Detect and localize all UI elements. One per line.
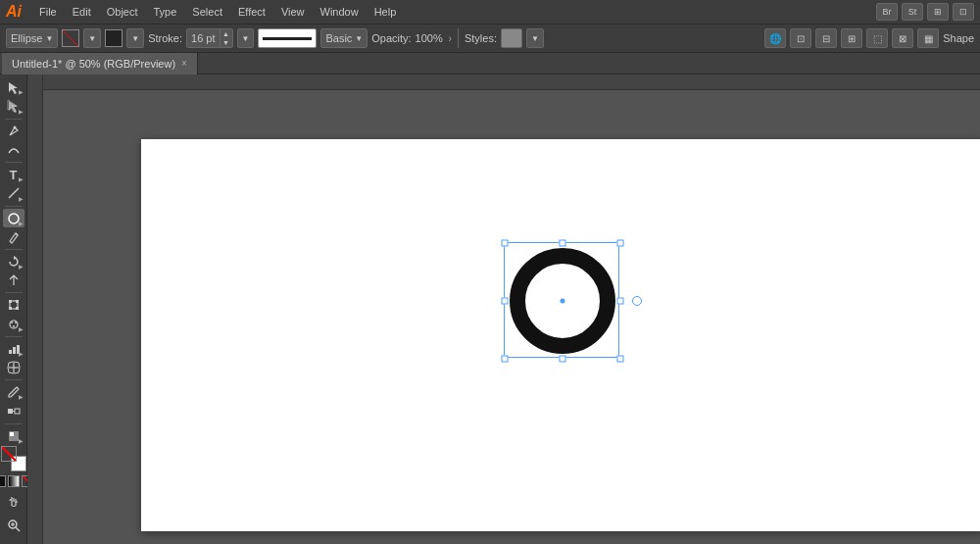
stroke-width-spinner[interactable]: 16 pt ▲ ▼ xyxy=(186,28,232,48)
rotate-tool-btn[interactable]: ▶ xyxy=(3,253,24,271)
color-indicators[interactable] xyxy=(1,446,26,471)
svg-rect-26 xyxy=(10,432,14,436)
svg-line-28 xyxy=(16,527,20,531)
line-tool-btn[interactable]: ▶ xyxy=(3,184,24,202)
stock-button[interactable]: St xyxy=(902,3,923,21)
right-outside-handle[interactable] xyxy=(632,296,642,306)
curvature-tool-btn[interactable] xyxy=(3,141,24,159)
expand-arrow[interactable]: › xyxy=(449,33,452,44)
fill-indicator[interactable] xyxy=(1,446,17,462)
align-btn3[interactable]: ⊞ xyxy=(841,28,862,48)
shape-selector[interactable]: Ellipse ▼ xyxy=(6,28,58,48)
gradient-mode-btn[interactable] xyxy=(8,475,20,487)
toolbar: Ellipse ▼ ▼ ▼ Stroke: 16 pt ▲ ▼ ▼ Basic … xyxy=(0,24,980,53)
width-tool-btn[interactable] xyxy=(3,272,24,289)
handle-tr[interactable] xyxy=(617,240,624,247)
mesh-tool-btn[interactable] xyxy=(3,359,24,376)
ellipse-shape xyxy=(505,243,620,359)
document-tab[interactable]: Untitled-1* @ 50% (RGB/Preview) × xyxy=(2,53,198,74)
styles-label: Styles: xyxy=(465,32,497,44)
shape-name-label: Ellipse xyxy=(11,32,42,44)
selection-tool-btn[interactable]: ▶ xyxy=(3,78,24,96)
svg-line-4 xyxy=(9,188,19,198)
align-btn4[interactable]: ⬚ xyxy=(866,28,888,48)
svg-line-6 xyxy=(16,233,18,235)
symbol-tool-btn[interactable]: ▶ xyxy=(3,316,24,333)
direct-selection-tool-btn[interactable]: ▶ xyxy=(3,97,24,115)
svg-rect-23 xyxy=(15,409,20,414)
menu-window[interactable]: Window xyxy=(313,4,367,20)
type-icon: T xyxy=(10,168,18,182)
tab-close-button[interactable]: × xyxy=(181,59,187,69)
stroke-unit-dropdown[interactable]: ▼ xyxy=(237,28,255,48)
bridge-button[interactable]: Br xyxy=(876,3,898,21)
svg-point-5 xyxy=(9,214,19,223)
menu-select[interactable]: Select xyxy=(184,4,230,20)
stroke-dropdown[interactable]: ▼ xyxy=(126,28,144,48)
blend-tool-btn[interactable] xyxy=(3,402,24,420)
free-transform-tool-btn[interactable] xyxy=(3,296,24,314)
handle-bl[interactable] xyxy=(502,356,509,363)
tool-sep-2 xyxy=(5,162,23,163)
menu-file[interactable]: File xyxy=(31,4,65,20)
handle-bm[interactable] xyxy=(560,356,566,363)
stroke-increment[interactable]: ▲ xyxy=(220,29,232,38)
svg-point-16 xyxy=(13,325,15,327)
tool-sep-6 xyxy=(5,336,23,337)
stroke-decrement[interactable]: ▼ xyxy=(220,38,232,47)
opacity-value: 100% xyxy=(416,32,445,44)
workspace-button[interactable]: ⊞ xyxy=(927,3,949,21)
tab-bar: Untitled-1* @ 50% (RGB/Preview) × xyxy=(0,53,980,74)
tool-sep-4 xyxy=(5,249,23,250)
color-mode-btn[interactable] xyxy=(0,475,6,487)
menu-view[interactable]: View xyxy=(273,4,313,20)
vertical-ruler xyxy=(27,74,43,544)
tool-sep-1 xyxy=(5,119,23,120)
zoom-tool-btn[interactable] xyxy=(3,515,24,536)
canvas-area[interactable]: // Ruler tick marks - done in SVG xyxy=(27,74,980,544)
align-btn2[interactable]: ⊟ xyxy=(815,28,837,48)
svg-rect-17 xyxy=(9,350,12,354)
handle-tm[interactable] xyxy=(560,240,566,247)
stroke-width-value: 16 pt xyxy=(187,32,219,44)
menu-edit[interactable]: Edit xyxy=(65,4,99,20)
type-tool-btn[interactable]: T ▶ xyxy=(3,166,24,183)
globe-icon-btn[interactable]: 🌐 xyxy=(764,28,786,48)
menu-type[interactable]: Type xyxy=(146,4,185,20)
stroke-color-swatch[interactable] xyxy=(105,29,122,47)
handle-mr[interactable] xyxy=(617,298,624,305)
livepaint-tool-btn[interactable]: ▶ xyxy=(3,427,24,445)
eyedropper-tool-btn[interactable]: ▶ xyxy=(3,383,24,401)
canvas[interactable] xyxy=(43,90,980,544)
handle-ml[interactable] xyxy=(502,298,509,305)
fill-dropdown[interactable]: ▼ xyxy=(83,28,101,48)
menu-help[interactable]: Help xyxy=(367,4,405,20)
styles-arrow: ▼ xyxy=(531,34,539,43)
hand-tool-btn[interactable] xyxy=(3,491,24,513)
align-btn6[interactable]: ▦ xyxy=(917,28,939,48)
styles-swatch[interactable] xyxy=(501,28,522,48)
blend-mode-dropdown[interactable]: Basic ▼ xyxy=(320,28,368,48)
styles-dropdown[interactable]: ▼ xyxy=(526,28,544,48)
graph-tool-btn[interactable]: ▶ xyxy=(3,340,24,358)
align-btn5[interactable]: ⊠ xyxy=(892,28,913,48)
pen-tool-btn[interactable] xyxy=(3,122,24,139)
livepaint-sub-arrow: ▶ xyxy=(19,437,24,444)
tool-sep-5 xyxy=(5,292,23,293)
svg-rect-31 xyxy=(27,74,980,89)
pencil-tool-btn[interactable] xyxy=(3,228,24,246)
center-handle[interactable] xyxy=(561,299,565,304)
align-btn1[interactable]: ⊡ xyxy=(790,28,811,48)
menu-object[interactable]: Object xyxy=(99,4,146,20)
menu-effect[interactable]: Effect xyxy=(230,4,273,20)
main-area: ▶ ▶ T ▶ ▶ ▶ xyxy=(0,74,980,544)
stroke-spinner-arrows: ▲ ▼ xyxy=(220,29,232,47)
ellipse-tool-btn[interactable]: ▶ xyxy=(3,209,24,226)
handle-tl[interactable] xyxy=(502,240,509,247)
arrange-button[interactable]: ⊡ xyxy=(953,3,974,21)
fill-color-swatch[interactable] xyxy=(62,29,79,47)
stroke-unit-arrow: ▼ xyxy=(242,34,250,43)
svg-rect-22 xyxy=(8,409,13,414)
handle-br[interactable] xyxy=(617,356,624,363)
stroke-line-preview xyxy=(258,28,317,48)
